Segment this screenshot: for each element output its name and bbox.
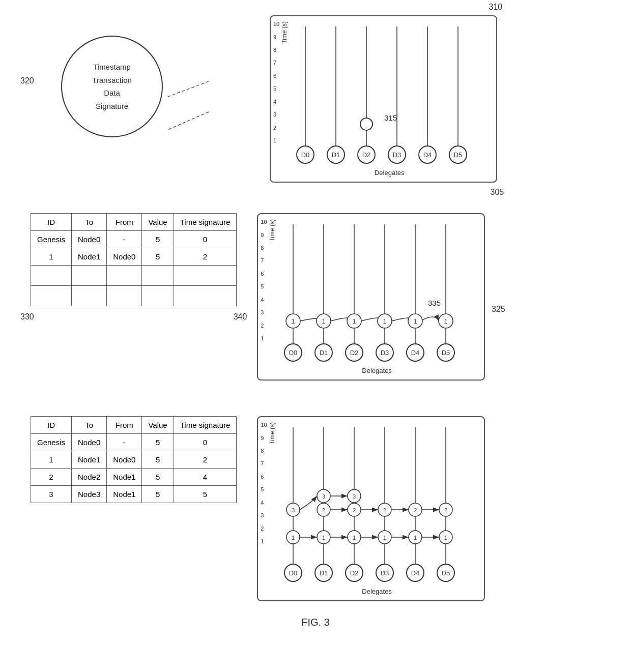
col-value: Value [142, 214, 174, 231]
chart-335-box: 1 2 3 4 5 6 7 8 9 10 Time (s) [257, 213, 484, 381]
svg-text:D1: D1 [319, 569, 328, 577]
block-circle-container: 320 Timestamp Transaction Data Signature [61, 36, 163, 137]
svg-text:3: 3 [353, 493, 356, 500]
svg-text:1: 1 [414, 535, 417, 541]
svg-text:D1: D1 [319, 349, 328, 357]
label-325: 325 [492, 305, 505, 314]
svg-text:D1: D1 [332, 151, 340, 159]
col-to: To [72, 214, 107, 231]
table-row-empty [31, 266, 237, 286]
chart-bottom-container: 1 2 3 4 5 6 7 8 9 10 Time (s) [257, 416, 484, 601]
col-value-2: Value [142, 417, 174, 434]
x-axis-label-bottom: Delegates [278, 588, 476, 595]
svg-text:1: 1 [292, 535, 295, 541]
chart-335-container: 1 2 3 4 5 6 7 8 9 10 Time (s) [257, 213, 484, 381]
svg-line-0 [168, 81, 209, 97]
chart-335-svg: 1 1 1 1 [278, 219, 476, 364]
chart-area-bottom: 1 1 1 1 1 [278, 422, 476, 595]
label-330: 330 [20, 312, 34, 322]
svg-text:1: 1 [352, 318, 356, 325]
svg-text:3: 3 [292, 507, 295, 513]
svg-text:D3: D3 [380, 569, 389, 577]
svg-text:D0: D0 [289, 349, 297, 357]
block-circle-320: Timestamp Transaction Data Signature [61, 36, 163, 137]
svg-text:2: 2 [383, 507, 386, 513]
x-axis-label-310: Delegates [290, 169, 489, 177]
x-axis-label-335: Delegates [278, 367, 476, 374]
svg-text:D5: D5 [441, 569, 450, 577]
y-ticks-335: 1 2 3 4 5 6 7 8 9 10 [261, 219, 267, 341]
chart-bottom-box: 1 2 3 4 5 6 7 8 9 10 Time (s) [257, 416, 484, 601]
svg-text:2: 2 [322, 507, 325, 513]
table-row-empty2 [31, 286, 237, 306]
svg-text:335: 335 [428, 299, 441, 307]
y-axis-label-bottom: Time (s) [269, 422, 276, 445]
col-from: From [107, 214, 142, 231]
table-2-container: ID To From Value Time signature Genesis … [31, 416, 237, 503]
svg-text:1: 1 [444, 318, 447, 325]
table-row: Genesis Node0 - 5 0 [31, 434, 237, 451]
svg-text:1: 1 [444, 535, 447, 541]
timestamp-label: Timestamp [93, 62, 131, 72]
svg-text:D2: D2 [350, 349, 358, 357]
svg-text:2: 2 [414, 507, 417, 513]
bottom-section: ID To From Value Time signature Genesis … [31, 416, 621, 601]
table-row: 2 Node2 Node1 5 4 [31, 469, 237, 486]
svg-text:1: 1 [322, 535, 325, 541]
chart-bottom-svg: 1 1 1 1 1 [278, 422, 476, 585]
svg-text:D3: D3 [393, 151, 401, 159]
svg-text:D0: D0 [301, 151, 310, 159]
page: 320 Timestamp Transaction Data Signature… [0, 0, 631, 672]
svg-text:D4: D4 [411, 569, 419, 577]
svg-text:D2: D2 [350, 569, 358, 577]
col-id-2: ID [31, 417, 72, 434]
transaction-label: Transaction [92, 75, 132, 85]
chart-area-335: 1 1 1 1 [278, 219, 476, 374]
chart-310-container: 310 1 2 3 4 5 6 7 8 9 10 [270, 15, 497, 183]
top-section: 320 Timestamp Transaction Data Signature… [31, 15, 621, 183]
svg-text:3: 3 [322, 493, 325, 500]
data-label: Data [104, 88, 120, 98]
label-310: 310 [489, 3, 503, 12]
svg-text:D5: D5 [441, 349, 450, 357]
col-timesig: Time signature [174, 214, 237, 231]
table-row: 1 Node1 Node0 5 2 [31, 451, 237, 469]
svg-text:1: 1 [322, 318, 325, 325]
table-1: ID To From Value Time signature Genesis … [31, 213, 237, 306]
svg-text:D0: D0 [289, 569, 297, 577]
svg-text:D4: D4 [423, 151, 432, 159]
col-from-2: From [107, 417, 142, 434]
label-320: 320 [20, 76, 34, 85]
col-to-2: To [72, 417, 107, 434]
col-timesig-2: Time signature [174, 417, 237, 434]
signature-label: Signature [96, 101, 128, 111]
table-row: Genesis Node0 - 5 0 [31, 231, 237, 248]
svg-text:D2: D2 [362, 151, 371, 159]
svg-text:1: 1 [383, 318, 386, 325]
svg-text:D3: D3 [380, 349, 389, 357]
col-id: ID [31, 214, 72, 231]
y-axis-label-335: Time (s) [269, 219, 276, 242]
label-340: 340 [234, 312, 247, 322]
label-305: 305 [491, 188, 504, 197]
svg-text:2: 2 [353, 507, 356, 513]
svg-text:1: 1 [413, 318, 417, 325]
svg-text:1: 1 [291, 318, 295, 325]
table-1-container: ID To From Value Time signature Genesis … [31, 213, 237, 306]
chart-310-box: 1 2 3 4 5 6 7 8 9 10 Time (s) [270, 15, 497, 183]
svg-line-1 [168, 112, 209, 130]
svg-point-9 [360, 118, 372, 130]
svg-text:1: 1 [383, 535, 386, 541]
y-axis-label-310: Time (s) [281, 21, 288, 44]
chart-area-310: 315 D0 D1 D2 D3 D4 [290, 21, 489, 177]
svg-text:D5: D5 [454, 151, 463, 159]
svg-text:315: 315 [384, 113, 397, 122]
svg-text:1: 1 [353, 535, 356, 541]
y-ticks-310: 1 2 3 4 5 6 7 8 9 10 [273, 21, 279, 143]
svg-text:D4: D4 [411, 349, 419, 357]
y-ticks-bottom: 1 2 3 4 5 6 7 8 9 10 [261, 422, 267, 544]
table-row: 1 Node1 Node0 5 2 [31, 248, 237, 266]
chart-310-svg: 315 D0 D1 D2 D3 D4 [290, 21, 489, 166]
connector-svg [158, 41, 219, 153]
middle-section: ID To From Value Time signature Genesis … [31, 213, 621, 381]
